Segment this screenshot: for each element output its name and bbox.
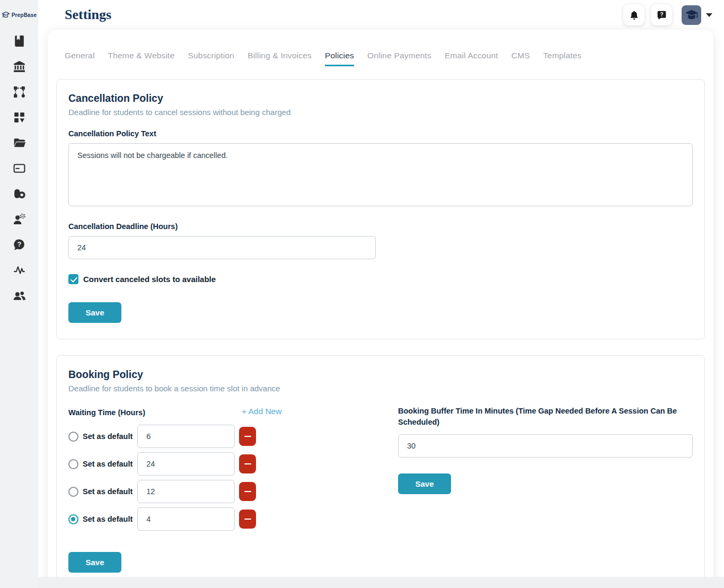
waiting-time-input[interactable] [137,480,235,503]
waiting-time-row: Set as default [68,480,386,503]
sidebar-nav: ? [8,34,30,302]
minus-icon [244,519,251,520]
sidebar-item-people[interactable] [8,288,30,302]
remove-waiting-time-button[interactable] [239,427,256,446]
booking-buffer-label: Booking Buffer Time In Minutes (Time Gap… [398,406,693,428]
sidebar-item-payments[interactable] [8,187,30,200]
set-default-radio[interactable] [68,514,78,524]
minus-icon [244,491,251,493]
tab-policies[interactable]: Policies [325,51,354,66]
remove-waiting-time-button[interactable] [239,454,256,473]
set-default-label: Set as default [83,432,133,441]
sidebar-item-workflow[interactable] [8,85,30,99]
settings-tabs: General Theme & Website Subscription Bil… [56,51,705,66]
sidebar-item-billing[interactable] [8,161,30,175]
sidebar-item-folder[interactable] [8,136,30,150]
tab-email-account[interactable]: Email Account [445,51,498,66]
tab-cms[interactable]: CMS [511,51,530,66]
remove-waiting-time-button[interactable] [239,482,256,501]
booking-buffer-save-button[interactable]: Save [398,473,451,494]
bank-icon [13,60,26,73]
add-new-link[interactable]: + Add New [242,407,281,416]
waiting-time-row: Set as default [68,507,386,531]
remove-waiting-time-button[interactable] [239,510,256,529]
waiting-time-row: Set as default [68,425,386,448]
minus-icon [244,436,251,437]
sidebar-item-book[interactable] [8,34,30,48]
help-icon: ? [656,10,667,21]
tab-general[interactable]: General [65,51,95,66]
checkbox-icon [68,274,78,284]
sidebar-item-activity[interactable] [8,263,30,277]
tab-online-payments[interactable]: Online Payments [367,51,431,66]
notifications-bell-icon [629,10,640,21]
sidebar: PrepBase [0,0,38,588]
chevron-down-icon[interactable] [706,13,712,17]
svg-text:?: ? [660,11,663,17]
help-button[interactable]: ? [651,4,672,25]
minus-icon [244,463,251,465]
set-default-radio[interactable] [68,487,78,497]
tab-subscription[interactable]: Subscription [188,51,234,66]
convert-canceled-slots-label: Convert canceled slots to available [83,275,216,284]
page-footer-strip [38,577,724,588]
set-default-radio[interactable] [68,459,78,469]
convert-canceled-slots-checkbox[interactable]: Convert canceled slots to available [68,274,216,284]
booking-policy-title: Booking Policy [68,368,693,381]
graduation-cap-logo-icon [2,11,10,19]
waiting-time-save-button[interactable]: Save [68,552,121,573]
waiting-time-input[interactable] [137,507,235,531]
waiting-time-column: Waiting Time (Hours) + Add New Set as de… [68,406,386,573]
booking-policy-section: Booking Policy Deadline for students to … [56,355,705,588]
avatar-graduation-cap-icon [684,7,700,23]
sidebar-item-help[interactable]: ? [8,238,30,251]
user-avatar[interactable] [682,5,701,25]
cancellation-policy-section: Cancellation Policy Deadline for student… [56,79,705,339]
sidebar-item-support-chat[interactable] [8,212,30,226]
cancellation-policy-subtitle: Deadline for students to cancel sessions… [68,108,693,117]
set-default-radio[interactable] [68,432,78,442]
people-icon [13,289,26,302]
waiting-time-label: Waiting Time (Hours) [68,406,386,417]
set-default-label: Set as default [83,487,133,496]
svg-text:?: ? [17,240,21,248]
help-bubble-icon: ? [13,238,26,251]
brand-logo[interactable]: PrepBase [2,11,37,19]
tab-theme-website[interactable]: Theme & Website [108,51,175,66]
booking-policy-subtitle: Deadline for students to book a session … [68,384,693,393]
sidebar-item-bank[interactable] [8,59,30,73]
topbar: Settings ? [38,0,724,30]
workflow-icon [13,85,26,99]
waiting-time-row: Set as default [68,452,386,476]
brand-name: PrepBase [12,12,37,18]
settings-content-card: General Theme & Website Subscription Bil… [48,30,713,588]
booking-buffer-input[interactable] [398,434,693,458]
activity-icon [13,264,26,277]
person-chat-icon [13,213,26,226]
tab-billing-invoices[interactable]: Billing & Invoices [248,51,312,66]
waiting-time-input[interactable] [137,452,235,476]
sidebar-item-apps[interactable] [8,110,30,124]
notifications-button[interactable] [623,4,644,25]
cancellation-deadline-label: Cancellation Deadline (Hours) [68,222,693,231]
set-default-label: Set as default [83,515,133,523]
policy-text-textarea[interactable]: Sessions will not be chargeable if cance… [68,143,693,206]
cancellation-policy-title: Cancellation Policy [68,92,693,104]
folder-icon [13,136,26,150]
waiting-time-input[interactable] [137,425,235,448]
cancellation-save-button[interactable]: Save [68,302,121,323]
apps-arrow-icon [13,111,26,124]
booking-buffer-column: Booking Buffer Time In Minutes (Time Gap… [398,406,693,494]
policy-text-label: Cancellation Policy Text [68,129,693,138]
credit-card-icon [13,162,26,175]
cancellation-deadline-input[interactable] [68,236,376,259]
book-icon [13,34,26,48]
coins-icon [13,187,26,200]
main-area: Settings ? General [38,0,724,577]
set-default-label: Set as default [83,460,133,468]
tab-templates[interactable]: Templates [543,51,581,66]
page-title: Settings [65,7,111,23]
